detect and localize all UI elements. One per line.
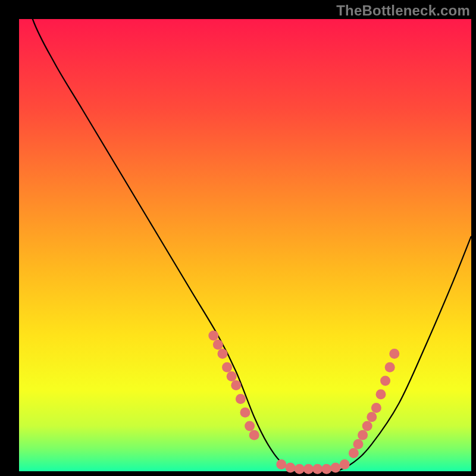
marker-dot <box>371 403 381 413</box>
marker-dot <box>286 462 296 472</box>
marker-dot <box>385 362 395 372</box>
marker-dot <box>362 421 372 431</box>
marker-dot <box>249 430 259 440</box>
marker-dot <box>353 439 364 449</box>
marker-dot <box>380 376 390 386</box>
marker-dot <box>213 340 223 350</box>
marker-dot <box>303 464 314 474</box>
marker-dot <box>389 349 399 359</box>
marker-dot <box>208 331 218 341</box>
marker-dot <box>240 408 250 418</box>
marker-dot <box>358 430 368 440</box>
marker-dot <box>295 464 305 474</box>
marker-dot <box>376 389 386 399</box>
marker-dot <box>218 349 228 359</box>
marker-dot <box>349 448 359 458</box>
marker-dot <box>222 362 232 372</box>
chart-stage: TheBottleneck.com <box>0 0 476 476</box>
marker-dot <box>321 464 331 474</box>
marker-dot <box>340 459 350 469</box>
marker-dot <box>276 459 286 469</box>
plot-background <box>19 19 471 471</box>
marker-dot <box>227 371 237 381</box>
marker-dot <box>245 421 255 431</box>
marker-dot <box>312 464 322 474</box>
marker-dot <box>331 462 341 472</box>
marker-dot <box>367 412 377 422</box>
chart-svg <box>0 0 476 476</box>
marker-dot <box>236 394 246 404</box>
marker-dot <box>231 380 241 390</box>
